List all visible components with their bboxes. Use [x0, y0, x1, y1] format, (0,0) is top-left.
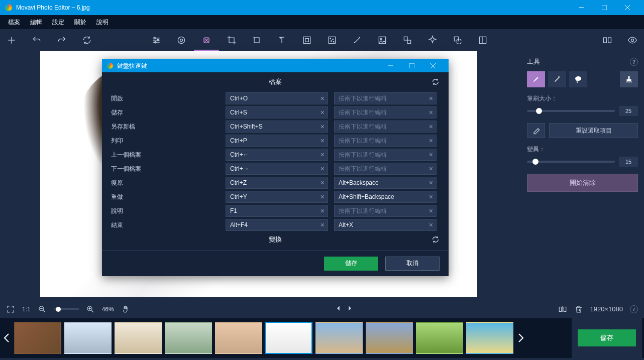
clear-icon[interactable]: ×: [320, 137, 325, 145]
clear-icon[interactable]: ×: [320, 94, 325, 102]
brush-tab[interactable]: [527, 71, 545, 87]
thumbnail[interactable]: [215, 322, 262, 354]
menu-about[interactable]: 關於: [70, 16, 90, 29]
clear-icon[interactable]: ×: [320, 179, 325, 187]
undo-icon[interactable]: [31, 35, 42, 46]
shortcut-input-primary[interactable]: Ctrl+Shift+S×: [226, 121, 328, 133]
redo-icon[interactable]: [56, 35, 67, 46]
save-button[interactable]: 儲存: [578, 329, 636, 346]
refresh-icon[interactable]: [81, 35, 92, 46]
shortcut-input-secondary[interactable]: Alt+Shift+Backspace×: [334, 191, 437, 203]
close-button[interactable]: [616, 0, 639, 15]
preview-icon[interactable]: [627, 35, 638, 46]
shortcut-input-primary[interactable]: Ctrl+→×: [226, 163, 328, 175]
clear-icon[interactable]: ×: [429, 193, 433, 201]
target-icon[interactable]: [176, 35, 187, 46]
clear-icon[interactable]: ×: [320, 193, 325, 201]
shortcut-input-secondary[interactable]: Alt+X×: [334, 219, 437, 231]
eraser-button[interactable]: [527, 123, 545, 138]
erase-icon[interactable]: [201, 35, 212, 46]
add-icon[interactable]: [6, 35, 17, 46]
menu-edit[interactable]: 編輯: [26, 16, 46, 29]
shortcut-input-primary[interactable]: Ctrl+P×: [226, 135, 328, 147]
dialog-close-button[interactable]: [422, 59, 444, 72]
clear-icon[interactable]: ×: [320, 165, 325, 173]
shortcut-input-primary[interactable]: Alt+F4×: [226, 219, 328, 231]
crop-icon[interactable]: [226, 35, 237, 46]
reset-selection-button[interactable]: 重設選取項目: [549, 123, 638, 138]
fullscreen-icon[interactable]: [6, 305, 15, 314]
clear-icon[interactable]: ×: [320, 108, 325, 116]
thumbnail[interactable]: [165, 322, 212, 354]
variance-slider[interactable]: [527, 161, 615, 163]
dialog-maximize-button[interactable]: [401, 59, 422, 72]
zoom-slider[interactable]: [54, 308, 79, 310]
noise-icon[interactable]: [327, 35, 338, 46]
maximize-button[interactable]: [593, 0, 616, 15]
clear-icon[interactable]: ×: [320, 123, 325, 131]
zoom-in-icon[interactable]: [86, 305, 95, 314]
shortcut-input-secondary[interactable]: 按兩下以進行編輯×: [334, 92, 437, 104]
clear-icon[interactable]: ×: [429, 221, 433, 229]
clear-icon[interactable]: ×: [429, 165, 433, 173]
clear-icon[interactable]: ×: [429, 123, 433, 131]
clear-icon[interactable]: ×: [429, 94, 433, 102]
compare-icon[interactable]: [602, 35, 613, 46]
clear-icon[interactable]: ×: [429, 179, 433, 187]
clear-icon[interactable]: ×: [320, 207, 325, 215]
reset-section-icon[interactable]: [432, 235, 440, 244]
shortcut-input-secondary[interactable]: 按兩下以進行編輯×: [334, 106, 437, 118]
shortcut-input-secondary[interactable]: 按兩下以進行編輯×: [334, 205, 437, 217]
rotate-icon[interactable]: [251, 35, 262, 46]
shortcut-input-secondary[interactable]: 按兩下以進行編輯×: [334, 149, 437, 161]
clear-icon[interactable]: ×: [429, 108, 433, 116]
pin-icon[interactable]: [427, 35, 438, 46]
resize-icon[interactable]: [452, 35, 463, 46]
image-icon[interactable]: [377, 35, 388, 46]
thumbnail[interactable]: [416, 322, 463, 354]
shortcut-input-primary[interactable]: Ctrl+←×: [226, 149, 328, 161]
help-icon[interactable]: ?: [630, 58, 638, 66]
clear-icon[interactable]: ×: [429, 151, 433, 159]
thumb-next-button[interactable]: [516, 321, 525, 355]
ratio-label[interactable]: 1:1: [22, 306, 31, 313]
stamp-tab[interactable]: [620, 71, 638, 87]
thumbnail[interactable]: [466, 322, 513, 354]
delete-icon[interactable]: [574, 305, 583, 314]
hand-icon[interactable]: [121, 305, 130, 314]
text-icon[interactable]: [276, 35, 287, 46]
before-after-icon[interactable]: [558, 305, 567, 314]
shortcut-input-secondary[interactable]: 按兩下以進行編輯×: [334, 135, 437, 147]
thumbnail[interactable]: [366, 322, 413, 354]
brush-size-value[interactable]: 25: [619, 106, 638, 116]
minimize-button[interactable]: [570, 0, 593, 15]
menu-settings[interactable]: 設定: [48, 16, 68, 29]
brush-size-slider[interactable]: [527, 110, 615, 112]
shortcut-input-secondary[interactable]: 按兩下以進行編輯×: [334, 163, 437, 175]
shortcut-input-primary[interactable]: Ctrl+Z×: [226, 177, 328, 189]
reset-section-icon[interactable]: [432, 78, 440, 86]
info-icon[interactable]: i: [630, 305, 638, 313]
shortcut-input-secondary[interactable]: 按兩下以進行編輯×: [334, 121, 437, 133]
shortcut-input-primary[interactable]: F1×: [226, 205, 328, 217]
thumbnail[interactable]: [115, 322, 162, 354]
variance-value[interactable]: 15: [619, 157, 638, 167]
dialog-minimize-button[interactable]: [380, 59, 401, 72]
menu-help[interactable]: 說明: [92, 16, 113, 29]
thumbnail[interactable]: [14, 322, 61, 354]
start-erase-button[interactable]: 開始清除: [527, 174, 638, 192]
shortcut-input-secondary[interactable]: Alt+Backspace×: [334, 177, 437, 189]
frame-icon[interactable]: [301, 35, 312, 46]
dialog-cancel-button[interactable]: 取消: [385, 257, 440, 271]
thumb-prev-button[interactable]: [2, 321, 11, 355]
dialog-save-button[interactable]: 儲存: [324, 257, 378, 271]
thumbnail[interactable]: [64, 322, 112, 354]
shortcut-input-primary[interactable]: Ctrl+Y×: [226, 191, 328, 203]
lasso-tab[interactable]: [569, 71, 587, 87]
shapes-icon[interactable]: [402, 35, 413, 46]
thumbnail[interactable]: [315, 322, 363, 354]
thumbnail[interactable]: [265, 322, 312, 354]
magic-icon[interactable]: [352, 35, 363, 46]
prev-image-button[interactable]: [335, 305, 342, 314]
clear-icon[interactable]: ×: [429, 137, 433, 145]
